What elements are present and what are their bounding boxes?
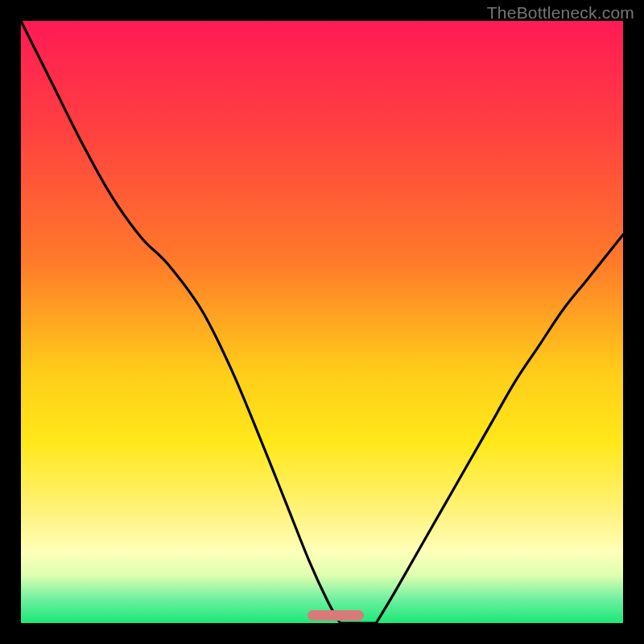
optimal-range-marker <box>308 610 364 621</box>
chart-frame: TheBottleneck.com <box>0 0 644 644</box>
plot-area <box>21 21 623 623</box>
bottleneck-curve <box>21 21 623 623</box>
watermark-text: TheBottleneck.com <box>487 3 634 23</box>
